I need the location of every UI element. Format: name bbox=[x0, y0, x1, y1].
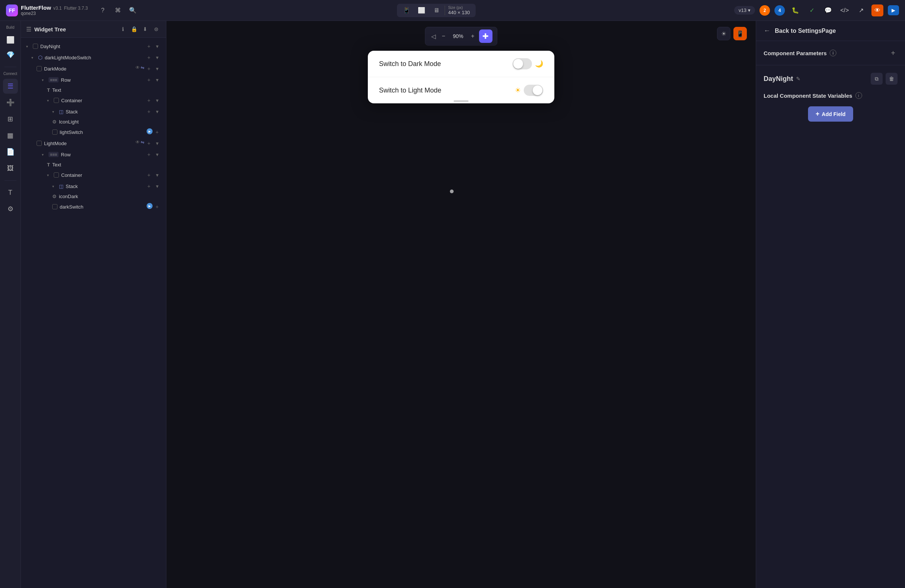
tree-more-button[interactable]: ▾ bbox=[153, 183, 161, 190]
run-button[interactable]: ▶ bbox=[888, 5, 899, 15]
light-mode-toggle[interactable] bbox=[524, 85, 543, 96]
sort-button[interactable]: ⊜ bbox=[152, 25, 161, 33]
tree-item-row2[interactable]: ▾ ≡≡≡ Row + ▾ bbox=[21, 149, 166, 160]
tree-add-button[interactable]: + bbox=[145, 65, 152, 72]
play-button[interactable]: ▶ bbox=[147, 128, 152, 134]
lightswitch-checkbox[interactable] bbox=[52, 129, 57, 135]
shortcuts-button[interactable]: ⌘ bbox=[112, 5, 124, 16]
daynightmode-checkbox[interactable] bbox=[33, 44, 38, 49]
mobile-device-button[interactable]: 📱 bbox=[400, 5, 413, 16]
sidebar-item-page-selector[interactable]: 📄 bbox=[3, 145, 18, 159]
tree-item-container2[interactable]: ▾ Container + ▾ bbox=[21, 169, 166, 181]
tree-add-button[interactable]: + bbox=[145, 151, 152, 158]
tree-more-button[interactable]: ▾ bbox=[153, 97, 161, 104]
tree-more-button[interactable]: ▾ bbox=[153, 76, 161, 84]
tree-more-button[interactable]: ▾ bbox=[153, 151, 161, 158]
container2-checkbox[interactable] bbox=[54, 172, 59, 178]
tree-more-button[interactable]: ▾ bbox=[153, 43, 161, 50]
help-button[interactable]: ? bbox=[97, 5, 109, 16]
notification-badge-orange[interactable]: 2 bbox=[759, 5, 770, 16]
tree-item-label-stack2: Stack bbox=[66, 184, 78, 189]
lock-button[interactable]: 🔒 bbox=[129, 25, 138, 33]
tree-item-lightswitch[interactable]: lightSwitch ▶ + bbox=[21, 127, 166, 138]
dark-mode-toggle[interactable] bbox=[513, 58, 532, 69]
tree-add-button[interactable]: + bbox=[145, 43, 152, 50]
bug-button[interactable]: 🐛 bbox=[789, 5, 801, 16]
desktop-device-button[interactable]: 🖥 bbox=[430, 5, 443, 16]
tree-item-row1[interactable]: ▾ ≡≡≡ Row + ▾ bbox=[21, 74, 166, 86]
tree-add-button[interactable]: + bbox=[153, 203, 161, 210]
tree-item-daynightmode[interactable]: ▾ DayNight + ▾ bbox=[21, 41, 166, 52]
tree-item-darkmode[interactable]: DarkMode 👁 ⇋ + ▾ bbox=[21, 63, 166, 74]
tree-add-button[interactable]: + bbox=[145, 171, 152, 179]
export-button[interactable]: ↗ bbox=[855, 5, 867, 16]
light-mode-button[interactable]: ☀ bbox=[717, 27, 730, 40]
tree-add-button[interactable]: + bbox=[145, 54, 152, 61]
add-param-button[interactable]: + bbox=[889, 49, 897, 57]
tree-more-button[interactable]: ▾ bbox=[153, 108, 161, 115]
tree-add-button[interactable]: + bbox=[145, 183, 152, 190]
tree-add-button[interactable]: + bbox=[145, 97, 152, 104]
menu-icon[interactable]: ☰ bbox=[26, 26, 31, 33]
preview-button[interactable]: 👁 bbox=[872, 5, 883, 16]
tree-more-button[interactable]: ▾ bbox=[153, 65, 161, 72]
fit-to-screen-button[interactable]: ◁ bbox=[430, 31, 437, 41]
tree-add-button[interactable]: + bbox=[145, 76, 152, 84]
chat-button[interactable]: 💬 bbox=[822, 5, 834, 16]
tree-item-iconlight[interactable]: ⚙ IconLight bbox=[21, 117, 166, 127]
download-button[interactable]: ⬇ bbox=[141, 25, 149, 33]
tree-item-text1[interactable]: T Text bbox=[21, 86, 166, 95]
tree-item-label-darkswitch: darkSwitch bbox=[60, 204, 84, 210]
sidebar-item-typography[interactable]: T bbox=[3, 185, 18, 200]
container1-checkbox[interactable] bbox=[54, 98, 59, 103]
tree-more-button[interactable]: ▾ bbox=[153, 54, 161, 61]
tree-more-button[interactable]: ▾ bbox=[153, 171, 161, 179]
info-button[interactable]: ℹ bbox=[118, 25, 127, 33]
zoom-in-button[interactable]: + bbox=[470, 31, 476, 41]
code-button[interactable]: </> bbox=[838, 5, 851, 16]
sidebar-item-image[interactable]: 🖼 bbox=[3, 161, 18, 176]
tablet-device-button[interactable]: ⬜ bbox=[415, 5, 428, 16]
version-badge[interactable]: v13 ▾ bbox=[734, 6, 755, 14]
tree-item-container1[interactable]: ▾ Container + ▾ bbox=[21, 95, 166, 106]
tree-item-text2[interactable]: T Text bbox=[21, 160, 166, 169]
tree-add-button[interactable]: + bbox=[145, 140, 152, 147]
component-name-label: DayNight bbox=[764, 75, 793, 83]
darkmode-checkbox[interactable] bbox=[37, 66, 42, 71]
zoom-out-button[interactable]: − bbox=[440, 31, 446, 41]
tree-item-stack1[interactable]: ▾ ◫ Stack + ▾ bbox=[21, 106, 166, 117]
tree-more-button[interactable]: ▾ bbox=[153, 140, 161, 147]
delete-component-button[interactable]: 🗑 bbox=[886, 73, 897, 85]
tree-item-stack2[interactable]: ▾ ◫ Stack + ▾ bbox=[21, 181, 166, 192]
add-field-button[interactable]: + Add Field bbox=[808, 106, 853, 122]
add-widget-button[interactable]: ✚ bbox=[479, 29, 492, 43]
tree-item-darklightmodeswitch[interactable]: ▾ ⬡ darkLightModeSwitch + ▾ bbox=[21, 52, 166, 63]
notification-badge-blue[interactable]: 4 bbox=[775, 5, 785, 16]
tree-add-button[interactable]: + bbox=[145, 108, 152, 115]
sidebar-item-add-widget[interactable]: ➕ bbox=[3, 95, 18, 110]
sidebar-item-grid[interactable]: ▦ bbox=[3, 128, 18, 143]
info-icon[interactable]: i bbox=[830, 49, 836, 56]
sidebar-item-settings[interactable]: ⚙ bbox=[3, 202, 18, 216]
copy-component-button[interactable]: ⧉ bbox=[871, 73, 883, 85]
lightmode-actions: 👁 ⇋ + ▾ bbox=[135, 140, 161, 147]
sidebar-item-widget-tree[interactable]: ☰ bbox=[3, 79, 18, 94]
lightmode-checkbox[interactable] bbox=[37, 141, 42, 146]
resize-handle[interactable] bbox=[454, 100, 468, 102]
tree-item-icondark[interactable]: ⚙ iconDark bbox=[21, 192, 166, 201]
sidebar-item-table[interactable]: ⊞ bbox=[3, 111, 18, 127]
tree-item-lightmode[interactable]: LightMode 👁 ⇋ + ▾ bbox=[21, 138, 166, 149]
darkswitch-checkbox[interactable] bbox=[52, 204, 57, 209]
sidebar-item-components[interactable]: 💎 bbox=[3, 48, 18, 62]
search-button[interactable]: 🔍 bbox=[127, 5, 139, 16]
edit-icon[interactable]: ✎ bbox=[796, 76, 800, 82]
sidebar-item-pages[interactable]: ⬜ bbox=[3, 32, 18, 48]
dark-mode-button[interactable]: 📱 bbox=[734, 27, 747, 40]
local-state-info-icon[interactable]: i bbox=[856, 92, 862, 99]
tree-item-darkswitch[interactable]: darkSwitch ▶ + bbox=[21, 201, 166, 212]
play-button[interactable]: ▶ bbox=[147, 203, 152, 209]
device-bar: 📱 ⬜ 🖥 Size (px) 440 × 130 bbox=[397, 4, 476, 17]
tree-add-button[interactable]: + bbox=[153, 128, 161, 136]
check-button[interactable]: ✓ bbox=[806, 5, 818, 16]
back-button[interactable]: ← bbox=[764, 27, 770, 35]
